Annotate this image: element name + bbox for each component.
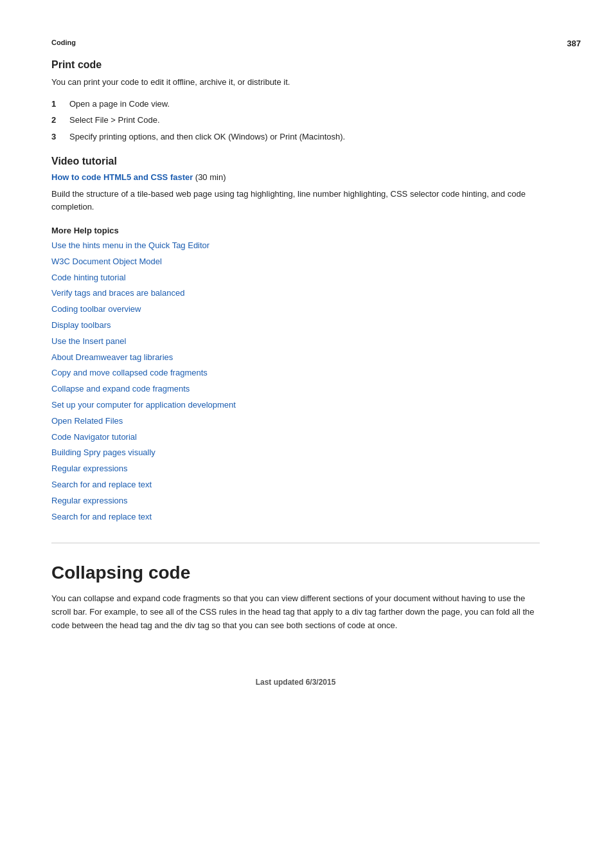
- section-divider: [51, 543, 540, 543]
- step-2-text: Select File > Print Code.: [69, 114, 160, 127]
- help-link-17[interactable]: Search for and replace text: [51, 511, 540, 524]
- video-description: Build the structure of a tile-based web …: [51, 188, 540, 213]
- step-2: 2 Select File > Print Code.: [51, 114, 540, 127]
- help-links-list: Use the hints menu in the Quick Tag Edit…: [51, 239, 540, 523]
- collapsing-code-title: Collapsing code: [51, 563, 540, 583]
- more-help-section: More Help topics Use the hints menu in t…: [51, 226, 540, 523]
- print-code-title: Print code: [51, 59, 540, 71]
- video-tutorial-link[interactable]: How to code HTML5 and CSS faster: [51, 172, 193, 182]
- help-link-3[interactable]: Verify tags and braces are balanced: [51, 287, 540, 300]
- video-tutorial-section: Video tutorial How to code HTML5 and CSS…: [51, 156, 540, 213]
- help-link-6[interactable]: Use the Insert panel: [51, 335, 540, 348]
- help-link-0[interactable]: Use the hints menu in the Quick Tag Edit…: [51, 239, 540, 253]
- page-footer: Last updated 6/3/2015: [51, 671, 540, 687]
- help-link-7[interactable]: About Dreamweaver tag libraries: [51, 351, 540, 365]
- footer-text: Last updated 6/3/2015: [256, 678, 336, 687]
- step-3-text: Specify printing options, and then click…: [69, 131, 345, 143]
- video-tutorial-title: Video tutorial: [51, 156, 540, 167]
- help-link-16[interactable]: Regular expressions: [51, 494, 540, 508]
- help-link-12[interactable]: Code Navigator tutorial: [51, 431, 540, 444]
- step-3-num: 3: [51, 131, 64, 143]
- step-3: 3 Specify printing options, and then cli…: [51, 131, 540, 143]
- help-link-9[interactable]: Collapse and expand code fragments: [51, 383, 540, 396]
- help-link-8[interactable]: Copy and move collapsed code fragments: [51, 366, 540, 380]
- help-link-4[interactable]: Coding toolbar overview: [51, 303, 540, 316]
- print-code-intro: You can print your code to edit it offli…: [51, 76, 540, 89]
- step-1: 1 Open a page in Code view.: [51, 98, 540, 111]
- help-link-5[interactable]: Display toolbars: [51, 319, 540, 332]
- help-link-10[interactable]: Set up your computer for application dev…: [51, 399, 540, 412]
- help-link-2[interactable]: Code hinting tutorial: [51, 271, 540, 285]
- help-link-15[interactable]: Search for and replace text: [51, 478, 540, 492]
- collapsing-code-section: Collapsing code You can collapse and exp…: [51, 543, 540, 632]
- help-link-11[interactable]: Open Related Files: [51, 415, 540, 428]
- video-duration: (30 min): [195, 172, 226, 182]
- more-help-title: More Help topics: [51, 226, 540, 235]
- video-tutorial-link-line: How to code HTML5 and CSS faster (30 min…: [51, 172, 540, 183]
- step-1-text: Open a page in Code view.: [69, 98, 170, 111]
- step-1-num: 1: [51, 98, 64, 111]
- print-code-section: Print code You can print your code to ed…: [51, 59, 540, 143]
- step-2-num: 2: [51, 114, 64, 127]
- collapsing-code-body: You can collapse and expand code fragmen…: [51, 592, 540, 632]
- help-link-1[interactable]: W3C Document Object Model: [51, 255, 540, 269]
- main-content: Coding Print code You can print your cod…: [51, 39, 540, 829]
- help-link-14[interactable]: Regular expressions: [51, 462, 540, 476]
- help-link-13[interactable]: Building Spry pages visually: [51, 446, 540, 460]
- section-label: Coding: [51, 39, 540, 46]
- page-container: 387 Coding Print code You can print your…: [0, 0, 613, 868]
- print-code-steps: 1 Open a page in Code view. 2 Select Fil…: [51, 98, 540, 143]
- page-number: 387: [567, 39, 581, 48]
